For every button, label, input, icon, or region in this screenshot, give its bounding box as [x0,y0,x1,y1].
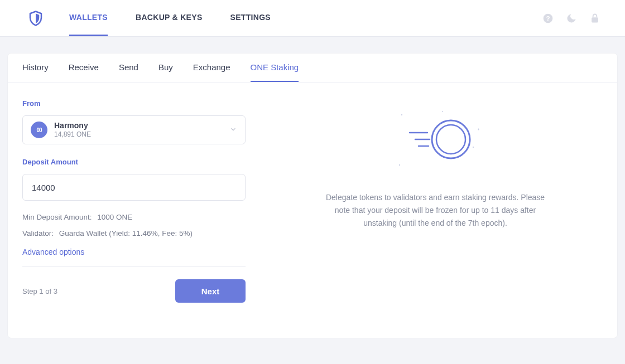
svg-text:?: ? [546,14,550,22]
svg-point-5 [399,164,400,166]
nav-settings[interactable]: SETTINGS [230,0,271,36]
app-logo [25,10,47,27]
advanced-options-link[interactable]: Advanced options [22,247,84,256]
tab-buy[interactable]: Buy [158,54,173,82]
wallet-subtabs: History Receive Send Buy Exchange ONE St… [8,54,617,82]
shield-icon [27,10,44,27]
wallet-select-text: Harmony 14,891 ONE [54,121,91,139]
coin-speed-illustration [391,107,480,176]
nav-backup-keys[interactable]: BACKUP & KEYS [136,0,203,36]
next-button[interactable]: Next [175,279,246,303]
from-label: From [22,99,246,108]
form-divider [22,266,246,267]
chevron-down-icon [229,125,237,135]
tab-receive[interactable]: Receive [69,54,99,82]
svg-rect-2 [592,17,598,22]
harmony-coin-icon: 00 [31,122,47,138]
staking-body: From 00 Harmony 14,891 ONE Deposit Amoun… [8,82,617,303]
validator-value: Guarda Wallet (Yield: 11.46%, Fee: 5%) [59,229,193,237]
help-icon[interactable]: ? [542,13,554,24]
tab-send[interactable]: Send [119,54,138,82]
form-footer: Step 1 of 3 Next [22,279,246,303]
main-card: History Receive Send Buy Exchange ONE St… [8,54,617,338]
svg-point-10 [436,125,465,154]
validator-label: Validator: [22,229,54,237]
staking-meta: Min Deposit Amount: 1000 ONE Validator: … [22,213,246,256]
moon-icon[interactable] [566,13,577,24]
validator-row: Validator: Guarda Wallet (Yield: 11.46%,… [22,229,246,237]
deposit-amount-label: Deposit Amount [22,158,246,166]
staking-info-text: Delegate tokens to validators and earn s… [324,191,547,230]
lock-icon[interactable] [589,13,600,24]
page: History Receive Send Buy Exchange ONE St… [0,37,625,355]
svg-point-3 [401,114,402,115]
wallet-name: Harmony [54,121,91,131]
top-icons: ? [542,13,600,24]
min-deposit-label: Min Deposit Amount: [22,213,92,221]
step-indicator: Step 1 of 3 [22,287,57,295]
min-deposit-row: Min Deposit Amount: 1000 ONE [22,213,246,221]
tab-history[interactable]: History [22,54,49,82]
tab-one-staking[interactable]: ONE Staking [251,54,299,82]
wallet-selector[interactable]: 00 Harmony 14,891 ONE [22,115,246,144]
deposit-amount-input[interactable] [22,174,246,201]
staking-info-panel: Delegate tokens to validators and earn s… [268,99,603,303]
nav-wallets[interactable]: WALLETS [69,0,108,36]
min-deposit-value: 1000 ONE [97,213,132,221]
topbar: WALLETS BACKUP & KEYS SETTINGS ? [0,0,625,37]
top-nav: WALLETS BACKUP & KEYS SETTINGS [69,0,271,36]
wallet-balance: 14,891 ONE [54,130,91,139]
staking-form: From 00 Harmony 14,891 ONE Deposit Amoun… [22,99,246,303]
tab-exchange[interactable]: Exchange [193,54,230,82]
svg-point-4 [473,147,474,148]
